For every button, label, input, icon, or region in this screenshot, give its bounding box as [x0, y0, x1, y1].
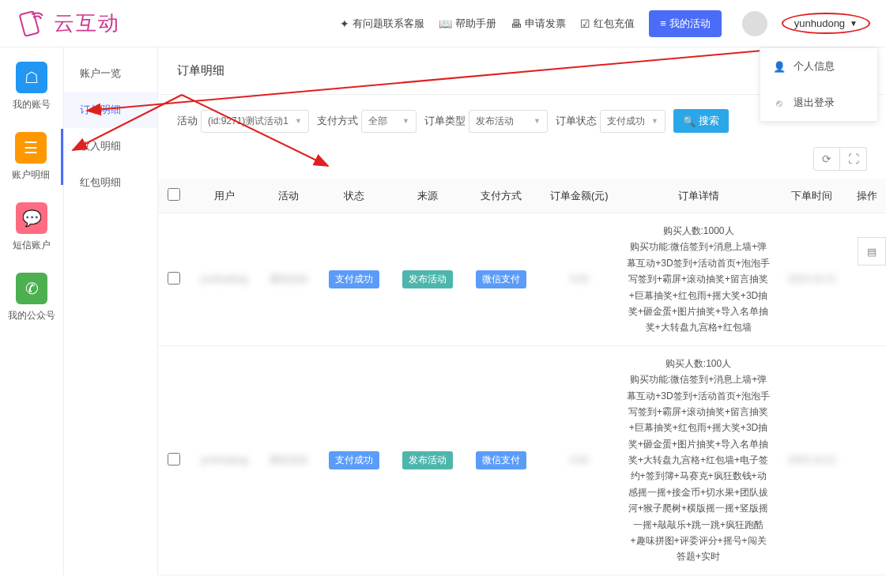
order-status-label: 订单状态: [556, 114, 597, 128]
header-user: 用户: [190, 179, 259, 213]
sub-order-detail[interactable]: 订单明细: [64, 92, 157, 128]
refresh-button[interactable]: ⟳: [813, 147, 840, 171]
profile-label: 个人信息: [794, 59, 835, 74]
header-detail: 订单详情: [620, 179, 776, 213]
order-type-label: 订单类型: [424, 114, 466, 128]
header-checkbox: [158, 179, 190, 213]
pay-method-value: 全部: [368, 115, 387, 128]
caret-icon: ▼: [651, 117, 658, 125]
action-cell: [847, 213, 886, 346]
status-badge: 支付成功: [329, 451, 379, 469]
pay-method-badge: 微信支付: [476, 451, 526, 469]
sms-icon: 💬: [16, 202, 47, 234]
logout-icon: ⎋: [773, 97, 786, 109]
sidebar-wechat[interactable]: ✆ 我的公众号: [0, 270, 63, 326]
check-icon: ☑: [580, 17, 590, 30]
sub-income-detail[interactable]: 收入明细: [64, 128, 157, 164]
time-cell: 2020-10-21: [788, 454, 836, 466]
logo-text: 云互动: [54, 9, 120, 37]
amount-cell: 0.00: [570, 273, 588, 285]
invoice-link[interactable]: 🖶 申请发票: [511, 17, 566, 31]
print-icon: 🖶: [511, 17, 522, 30]
order-status-select[interactable]: 支付成功 ▼: [600, 110, 665, 133]
header-status: 状态: [318, 179, 391, 213]
fullscreen-button[interactable]: ⛶: [840, 147, 867, 171]
help-link[interactable]: 📖 帮助手册: [439, 17, 496, 31]
wechat-label: 我的公众号: [8, 309, 55, 322]
pay-method-select[interactable]: 全部 ▼: [361, 110, 417, 133]
order-type-select[interactable]: 发布活动 ▼: [469, 110, 548, 133]
sub-redpacket-detail[interactable]: 红包明细: [64, 164, 157, 201]
invoice-label: 申请发票: [525, 17, 566, 31]
pay-method-badge: 微信支付: [476, 270, 526, 288]
account-icon: ☖: [16, 62, 47, 93]
table-row: yunhudong 测试活动 支付成功 发布活动 微信支付 0.00 购买人数:…: [158, 345, 886, 575]
amount-cell: 0.00: [570, 454, 588, 466]
profile-menu-item[interactable]: 👤 个人信息: [760, 48, 877, 85]
logo-icon: [16, 8, 47, 40]
filter-order-status: 订单状态 支付成功 ▼: [556, 110, 665, 133]
side-widget-button[interactable]: ▤: [858, 237, 886, 266]
user-dropdown[interactable]: yunhudong ▼: [782, 13, 870, 34]
header-nav: ✦ 有问题联系客服 📖 帮助手册 🖶 申请发票 ☑ 红包充值 ≡ 我的活动 yu…: [340, 10, 870, 37]
detail-cell: 购买人数:1000人购买功能:微信签到+消息上墙+弹幕互动+3D签到+活动首页+…: [620, 213, 776, 346]
activity-value: (id:9271)测试活动1: [208, 115, 288, 128]
user-cell: yunhudong: [201, 454, 247, 466]
toolbar-right: ⟳ ⛶: [158, 147, 886, 179]
time-cell: 2020-10-21: [788, 273, 836, 285]
pay-method-label: 支付方式: [317, 114, 358, 128]
avatar[interactable]: [742, 11, 767, 36]
header-source: 来源: [391, 179, 465, 213]
wechat-icon: ✆: [16, 273, 47, 304]
activity-cell: 测试活动: [270, 273, 307, 285]
search-label: 搜索: [699, 114, 719, 128]
sidebar-sms[interactable]: 💬 短信账户: [0, 199, 63, 255]
recharge-link[interactable]: ☑ 红包充值: [580, 17, 635, 31]
recharge-label: 红包充值: [594, 17, 635, 31]
header-activity: 活动: [259, 179, 318, 213]
sms-label: 短信账户: [13, 239, 51, 252]
svg-rect-0: [20, 11, 40, 36]
activity-cell: 测试活动: [270, 454, 307, 466]
header-time: 下单时间: [776, 179, 847, 213]
my-activities-label: 我的活动: [669, 17, 711, 31]
main: ☖ 我的账号 ☰ 账户明细 💬 短信账户 ✆ 我的公众号 账户一览 订单明细 收…: [0, 47, 886, 575]
logout-menu-item[interactable]: ⎋ 退出登录: [760, 85, 877, 121]
help-icon: 📖: [439, 17, 452, 30]
select-all-checkbox[interactable]: [168, 188, 180, 201]
detail-cell: 购买人数:100人购买功能:微信签到+消息上墙+弹幕互动+3D签到+活动首页+泡…: [620, 345, 776, 575]
logo[interactable]: 云互动: [16, 8, 120, 40]
sidebar-sub: 账户一览 订单明细 收入明细 红包明细: [63, 47, 158, 575]
contact-label: 有问题联系客服: [353, 17, 424, 31]
logout-label: 退出登录: [794, 96, 835, 110]
username-label: yunhudong: [794, 17, 845, 29]
account-detail-label: 账户明细: [12, 168, 50, 182]
order-type-value: 发布活动: [476, 115, 514, 128]
header-action: 操作: [847, 179, 886, 213]
my-activities-button[interactable]: ≡ 我的活动: [649, 10, 722, 37]
activity-filter-label: 活动: [177, 114, 198, 128]
table-header-row: 用户 活动 状态 来源 支付方式 订单金额(元) 订单详情 下单时间 操作: [158, 179, 886, 213]
caret-down-icon: ▼: [850, 19, 858, 28]
grid-icon: ▤: [867, 246, 877, 258]
source-badge: 发布活动: [402, 451, 453, 469]
sidebar-icons: ☖ 我的账号 ☰ 账户明细 💬 短信账户 ✆ 我的公众号: [0, 47, 63, 575]
row-checkbox[interactable]: [168, 453, 180, 466]
action-cell: [847, 345, 886, 575]
refresh-icon: ⟳: [822, 153, 831, 165]
sub-overview[interactable]: 账户一览: [64, 55, 157, 92]
fullscreen-icon: ⛶: [848, 153, 859, 165]
filter-pay-method: 支付方式 全部 ▼: [317, 110, 417, 133]
contact-link[interactable]: ✦ 有问题联系客服: [340, 17, 424, 31]
caret-icon: ▼: [402, 117, 409, 125]
activity-select[interactable]: (id:9271)测试活动1 ▼: [201, 110, 309, 133]
sidebar-my-account[interactable]: ☖ 我的账号: [0, 58, 63, 115]
account-label: 我的账号: [13, 98, 51, 111]
row-checkbox[interactable]: [168, 272, 180, 285]
help-label: 帮助手册: [455, 17, 496, 31]
search-icon: 🔍: [683, 115, 696, 127]
user-dropdown-menu: 👤 个人信息 ⎋ 退出登录: [760, 47, 878, 122]
search-button[interactable]: 🔍 搜索: [673, 109, 729, 133]
list-detail-icon: ☰: [15, 132, 47, 164]
sidebar-account-detail[interactable]: ☰ 账户明细: [0, 129, 63, 185]
